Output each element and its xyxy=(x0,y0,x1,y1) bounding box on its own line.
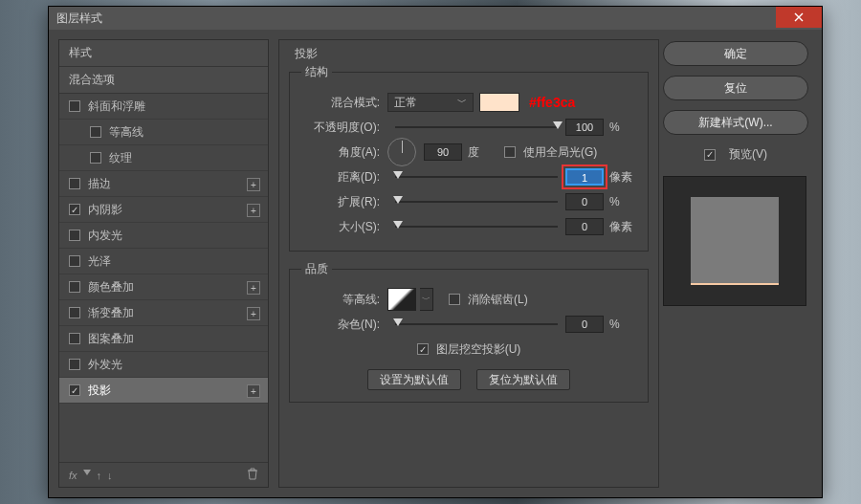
slider-thumb-icon[interactable] xyxy=(553,121,563,129)
antialias-checkbox[interactable] xyxy=(449,294,460,305)
close-icon xyxy=(794,12,804,22)
add-effect-button[interactable]: + xyxy=(247,384,260,398)
global-light-checkbox[interactable] xyxy=(504,146,516,158)
slider-thumb-icon[interactable] xyxy=(393,171,403,179)
blend-mode-value: 正常 xyxy=(394,95,417,111)
opacity-input[interactable]: 100 xyxy=(565,119,604,136)
size-input[interactable]: 0 xyxy=(565,218,604,235)
layer-style-dialog: 图层样式 样式 混合选项 斜面和浮雕 等高线 纹理 描边 xyxy=(48,6,823,498)
checkbox-icon[interactable] xyxy=(69,255,80,267)
add-effect-button[interactable]: + xyxy=(247,178,260,191)
add-effect-button[interactable]: + xyxy=(247,204,260,217)
chevron-down-icon[interactable] xyxy=(83,470,91,475)
sidebar-item-pattern-overlay[interactable]: 图案叠加 xyxy=(59,326,268,352)
default-buttons-row: 设置为默认值 复位为默认值 xyxy=(301,369,636,390)
sidebar-item-label: 描边 xyxy=(88,176,111,192)
sidebar-item-inner-shadow[interactable]: 内阴影 + xyxy=(59,197,268,223)
opacity-slider[interactable] xyxy=(395,126,558,128)
checkbox-icon[interactable] xyxy=(69,100,80,112)
sidebar-item-color-overlay[interactable]: 颜色叠加 + xyxy=(59,274,268,300)
noise-row: 杂色(N): 0 % xyxy=(301,312,636,337)
size-slider[interactable] xyxy=(395,226,558,228)
noise-slider[interactable] xyxy=(395,323,558,325)
distance-slider[interactable] xyxy=(395,176,558,178)
checkbox-icon[interactable] xyxy=(90,126,101,138)
sidebar-footer: fx ↑ ↓ xyxy=(59,462,268,487)
checkbox-icon[interactable] xyxy=(69,359,80,370)
cancel-button[interactable]: 复位 xyxy=(663,76,808,100)
checkbox-icon[interactable] xyxy=(69,384,80,396)
fx-icon[interactable]: fx xyxy=(69,470,77,481)
checkbox-icon[interactable] xyxy=(69,307,80,318)
preview-toggle-row: 预览(V) xyxy=(663,146,808,163)
distance-input[interactable]: 1 xyxy=(565,168,604,186)
dialog-body: 样式 混合选项 斜面和浮雕 等高线 纹理 描边 + 内阴影 xyxy=(49,30,822,497)
set-default-button[interactable]: 设置为默认值 xyxy=(367,369,461,390)
noise-input[interactable]: 0 xyxy=(565,316,604,333)
sidebar-item-label: 图案叠加 xyxy=(88,331,134,347)
blend-options-header[interactable]: 混合选项 xyxy=(59,67,268,94)
checkbox-icon[interactable] xyxy=(69,333,80,344)
distance-row: 距离(D): 1 像素 xyxy=(301,164,636,189)
sidebar-item-drop-shadow[interactable]: 投影 + xyxy=(59,378,268,404)
ok-button[interactable]: 确定 xyxy=(663,41,808,66)
preview-swatch xyxy=(691,197,779,285)
sidebar-item-gradient-overlay[interactable]: 渐变叠加 + xyxy=(59,300,268,326)
checkbox-icon[interactable] xyxy=(90,152,101,164)
reset-default-button[interactable]: 复位为默认值 xyxy=(476,369,570,390)
sidebar-item-contour[interactable]: 等高线 xyxy=(59,120,268,145)
slider-thumb-icon[interactable] xyxy=(393,318,403,326)
chevron-down-icon[interactable]: ﹀ xyxy=(420,288,433,311)
arrow-up-icon[interactable]: ↑ xyxy=(97,470,102,481)
new-style-button[interactable]: 新建样式(W)... xyxy=(663,110,808,135)
sidebar-item-outer-glow[interactable]: 外发光 xyxy=(59,352,268,378)
size-row: 大小(S): 0 像素 xyxy=(301,214,636,239)
checkbox-icon[interactable] xyxy=(69,230,80,241)
size-label: 大小(S): xyxy=(301,219,387,235)
opacity-unit: % xyxy=(609,121,636,134)
spread-unit: % xyxy=(609,195,636,208)
styles-header[interactable]: 样式 xyxy=(59,40,268,67)
sidebar-item-label: 等高线 xyxy=(109,124,144,141)
noise-unit: % xyxy=(609,318,636,331)
checkbox-icon[interactable] xyxy=(69,178,80,189)
sidebar-item-label: 光泽 xyxy=(88,253,111,270)
slider-thumb-icon[interactable] xyxy=(393,196,403,204)
size-unit: 像素 xyxy=(609,219,636,235)
slider-thumb-icon[interactable] xyxy=(393,221,403,229)
close-button[interactable] xyxy=(776,7,822,28)
angle-dial[interactable] xyxy=(387,138,416,166)
action-pane: 确定 复位 新建样式(W)... 预览(V) xyxy=(659,39,812,488)
blend-mode-row: 混合模式: 正常 ﹀ #ffe3ca xyxy=(301,90,636,115)
add-effect-button[interactable]: + xyxy=(247,281,260,295)
spread-input[interactable]: 0 xyxy=(565,193,604,210)
knockout-row: 图层挖空投影(U) xyxy=(301,337,636,362)
sidebar-item-inner-glow[interactable]: 内发光 xyxy=(59,223,268,249)
sidebar-item-stroke[interactable]: 描边 + xyxy=(59,171,268,197)
sidebar-item-texture[interactable]: 纹理 xyxy=(59,145,268,171)
contour-picker[interactable] xyxy=(387,288,416,311)
blend-mode-dropdown[interactable]: 正常 ﹀ xyxy=(387,93,474,112)
antialias-label: 消除锯齿(L) xyxy=(468,292,528,308)
sidebar-item-satin[interactable]: 光泽 xyxy=(59,249,268,274)
knockout-label: 图层挖空投影(U) xyxy=(436,341,521,358)
styles-sidebar: 样式 混合选项 斜面和浮雕 等高线 纹理 描边 + 内阴影 xyxy=(58,39,269,488)
quality-group: 品质 等高线: ﹀ 消除锯齿(L) 杂色(N): 0 % xyxy=(289,261,649,403)
sidebar-item-bevel[interactable]: 斜面和浮雕 xyxy=(59,94,268,120)
arrow-down-icon[interactable]: ↓ xyxy=(107,470,113,481)
angle-row: 角度(A): 90 度 使用全局光(G) xyxy=(301,140,636,164)
preview-checkbox[interactable] xyxy=(704,149,716,161)
spread-slider[interactable] xyxy=(395,201,558,203)
checkbox-icon[interactable] xyxy=(69,281,80,293)
color-swatch[interactable] xyxy=(479,93,519,112)
trash-icon[interactable] xyxy=(247,468,258,482)
checkbox-icon[interactable] xyxy=(69,204,80,215)
add-effect-button[interactable]: + xyxy=(247,307,260,320)
sidebar-item-label: 内发光 xyxy=(88,228,122,244)
window-title: 图层样式 xyxy=(56,11,102,27)
sidebar-item-label: 渐变叠加 xyxy=(88,305,134,321)
sidebar-item-label: 颜色叠加 xyxy=(88,279,134,296)
chevron-down-icon: ﹀ xyxy=(457,96,467,109)
knockout-checkbox[interactable] xyxy=(417,343,429,355)
angle-input[interactable]: 90 xyxy=(424,143,462,161)
